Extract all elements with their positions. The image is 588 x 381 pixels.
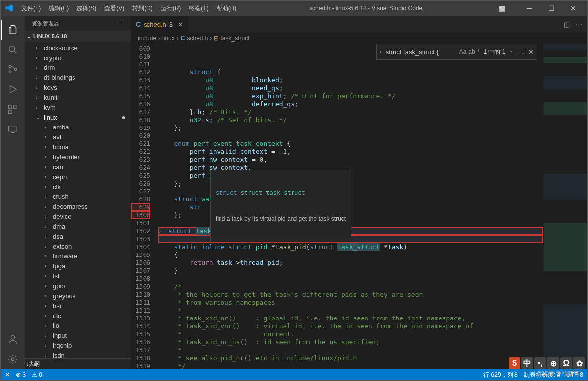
- tree-item-crypto[interactable]: ›crypto: [25, 53, 131, 63]
- search-icon[interactable]: [1, 40, 25, 60]
- tree-item-greybus[interactable]: ›greybus: [25, 291, 131, 301]
- breadcrumb[interactable]: include› linux› Csched.h› ⊟task_struct: [131, 33, 587, 44]
- code-editor[interactable]: struct { u8 blocked; u8 need_qs; u8 exp_…: [158, 44, 543, 369]
- tree-item-can[interactable]: ›can: [25, 162, 131, 172]
- tree-item-fsl[interactable]: ›fsl: [25, 271, 131, 281]
- csdn-watermark: CSDN @韩曙亮: [536, 370, 579, 378]
- find-close-icon[interactable]: ✕: [528, 48, 534, 56]
- find-next-icon[interactable]: ↓: [515, 48, 519, 56]
- tree-item-byteorder[interactable]: ›byteorder: [25, 152, 131, 162]
- sidebar-outline[interactable]: ›大纲: [25, 358, 131, 369]
- menu-run[interactable]: 运行(R): [157, 4, 185, 13]
- tree-item-clk[interactable]: ›clk: [25, 182, 131, 191]
- sidebar-title: 资源管理器: [32, 20, 59, 27]
- svg-point-8: [11, 336, 14, 339]
- remote-icon[interactable]: [1, 119, 25, 139]
- tree-item-hsi[interactable]: ›hsi: [25, 301, 131, 311]
- tree-item-input[interactable]: ›input: [25, 330, 131, 340]
- tree-item-firmware[interactable]: ›firmware: [25, 251, 131, 261]
- find-prev-icon[interactable]: ↑: [509, 48, 513, 56]
- extensions-icon[interactable]: [1, 99, 25, 119]
- menu-view[interactable]: 查看(V): [101, 4, 128, 13]
- find-toggle-replace-icon[interactable]: ›: [380, 49, 382, 55]
- tree-item-ceph[interactable]: ›ceph: [25, 172, 131, 182]
- menu-selection[interactable]: 选择(S): [73, 4, 100, 13]
- tree-item-kvm[interactable]: ›kvm: [25, 102, 131, 112]
- maximize-button[interactable]: ☐: [541, 4, 561, 12]
- ime-logo-icon[interactable]: S: [509, 357, 520, 369]
- ime-width-icon[interactable]: ⊕: [547, 357, 559, 369]
- close-button[interactable]: ✕: [563, 4, 583, 12]
- tree-item-avf[interactable]: ›avf: [25, 132, 131, 142]
- settings-icon[interactable]: [1, 349, 25, 369]
- tab-sched[interactable]: C sched.h 3 ✕: [131, 16, 188, 33]
- tree-item-clocksource[interactable]: ›clocksource: [25, 43, 131, 53]
- tree-item-irqchip[interactable]: ›irqchip: [25, 340, 131, 350]
- tab-more-icon[interactable]: ⋯: [576, 21, 582, 28]
- minimize-button[interactable]: ─: [519, 4, 539, 12]
- menu-go[interactable]: 转到(G): [129, 4, 156, 13]
- ime-toolbar[interactable]: S 中 •, ⊕ Ω ✿: [509, 357, 585, 369]
- minimap[interactable]: [543, 44, 587, 369]
- tree-item-gpio[interactable]: ›gpio: [25, 281, 131, 291]
- menu-help[interactable]: 帮助(H): [213, 4, 240, 13]
- tree-item-amba[interactable]: ›amba: [25, 122, 131, 132]
- line-gutter: 6096106116126136146156166176186196206216…: [131, 44, 158, 369]
- tree-item-crush[interactable]: ›crush: [25, 191, 131, 201]
- tab-filename: sched.h: [144, 21, 166, 28]
- find-case-icon[interactable]: Aa: [459, 48, 467, 55]
- svg-point-1: [9, 65, 11, 68]
- tree-item-device[interactable]: ›device: [25, 211, 131, 221]
- ime-skin-icon[interactable]: ✿: [573, 357, 585, 369]
- find-regex-icon[interactable]: *: [477, 48, 480, 55]
- find-widget[interactable]: › struct task_struct { Aa ab * 1 中的 1 ↑ …: [376, 44, 537, 60]
- window-title: sched.h - linux-5.6.18 - Visual Studio C…: [240, 5, 492, 12]
- find-selection-icon[interactable]: ≡: [521, 48, 525, 56]
- run-debug-icon[interactable]: [1, 79, 25, 99]
- svg-point-2: [9, 71, 11, 73]
- explorer-icon[interactable]: [1, 20, 25, 40]
- status-remote[interactable]: ✕: [5, 371, 10, 378]
- account-icon[interactable]: [1, 329, 25, 349]
- tree-item-i3c[interactable]: ›i3c: [25, 311, 131, 320]
- tree-item-keys[interactable]: ›keys: [25, 82, 131, 92]
- find-word-icon[interactable]: ab: [468, 48, 475, 55]
- menu-file[interactable]: 文件(F): [18, 4, 44, 13]
- status-bar: ✕ ⊗ 3 ⚠ 0 行 629，列 8 制表符长度: 4 UTF-8: [1, 369, 587, 380]
- hover-tooltip: struct struct task_struct find a task by…: [210, 170, 351, 242]
- editor-area: C sched.h 3 ✕ ◫ ⋯ include› linux› Csched…: [131, 16, 587, 369]
- tree-item-isdn[interactable]: ›isdn: [25, 350, 131, 358]
- tree-item-iio[interactable]: ›iio: [25, 320, 131, 330]
- tree-item-decompress[interactable]: ›decompress: [25, 201, 131, 211]
- tree-item-dt-bindings[interactable]: ›dt-bindings: [25, 72, 131, 82]
- find-input[interactable]: struct task_struct {: [386, 48, 455, 56]
- status-warnings[interactable]: ⚠ 0: [32, 371, 42, 378]
- tree-item-dsa[interactable]: ›dsa: [25, 231, 131, 241]
- sidebar-more-icon[interactable]: ⋯: [118, 20, 124, 27]
- status-errors[interactable]: ⊗ 3: [16, 371, 26, 378]
- tree-item-drm[interactable]: ›drm: [25, 63, 131, 72]
- tree-item-linux[interactable]: ⌄linux●: [25, 112, 131, 122]
- tree-item-extcon[interactable]: ›extcon: [25, 241, 131, 251]
- c-file-icon: C: [136, 20, 141, 28]
- sidebar-root[interactable]: ⌄LINUX-5.6.18: [25, 31, 131, 42]
- tree-item-bcma[interactable]: ›bcma: [25, 142, 131, 152]
- tree-item-kunit[interactable]: ›kunit: [25, 92, 131, 102]
- layout-icon[interactable]: ▦: [492, 4, 512, 12]
- svg-rect-6: [9, 110, 12, 113]
- svg-rect-4: [9, 105, 12, 108]
- tree-item-dma[interactable]: ›dma: [25, 221, 131, 231]
- ime-punct-icon[interactable]: •,: [534, 357, 546, 369]
- tab-modified-count: 3: [169, 21, 173, 28]
- tab-close-icon[interactable]: ✕: [178, 21, 183, 28]
- source-control-icon[interactable]: [1, 60, 25, 79]
- tree-item-fpga[interactable]: ›fpga: [25, 261, 131, 271]
- ime-soft-icon[interactable]: Ω: [560, 357, 572, 369]
- menu-terminal[interactable]: 终端(T): [185, 4, 212, 13]
- activity-bar: [1, 16, 25, 369]
- menu-edit[interactable]: 编辑(E): [45, 4, 72, 13]
- split-editor-icon[interactable]: ◫: [564, 21, 570, 28]
- svg-point-0: [9, 46, 15, 52]
- ime-lang-icon[interactable]: 中: [521, 357, 533, 369]
- status-line-col[interactable]: 行 629，列 8: [483, 371, 517, 379]
